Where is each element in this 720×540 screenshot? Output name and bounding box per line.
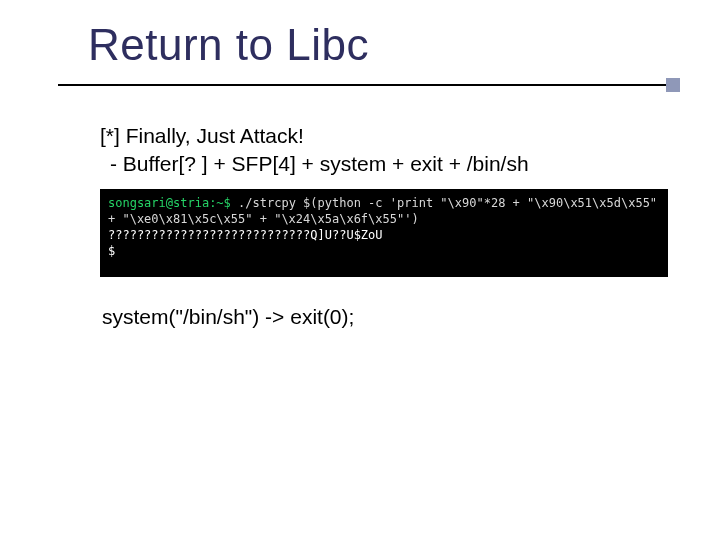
terminal-block: songsari@stria:~$ ./strcpy $(python -c '…	[100, 189, 668, 277]
title-rule	[58, 84, 680, 86]
terminal-output: ????????????????????????????Q]U??U$ZoU	[108, 228, 383, 242]
rule-tick-icon	[666, 78, 680, 92]
footer-text: system("/bin/sh") -> exit(0);	[102, 305, 660, 329]
body-line-1: [*] Finally, Just Attack!	[100, 122, 660, 150]
body-line-2: - Buffer[? ] + SFP[4] + system + exit + …	[110, 150, 660, 178]
slide: Return to Libc [*] Finally, Just Attack!…	[0, 0, 720, 329]
body-text: [*] Finally, Just Attack! - Buffer[? ] +…	[100, 122, 660, 179]
title-area: Return to Libc	[88, 20, 680, 86]
terminal-prompt: songsari@stria:~$	[108, 196, 231, 210]
slide-title: Return to Libc	[88, 20, 680, 84]
terminal-next-prompt: $	[108, 244, 115, 258]
